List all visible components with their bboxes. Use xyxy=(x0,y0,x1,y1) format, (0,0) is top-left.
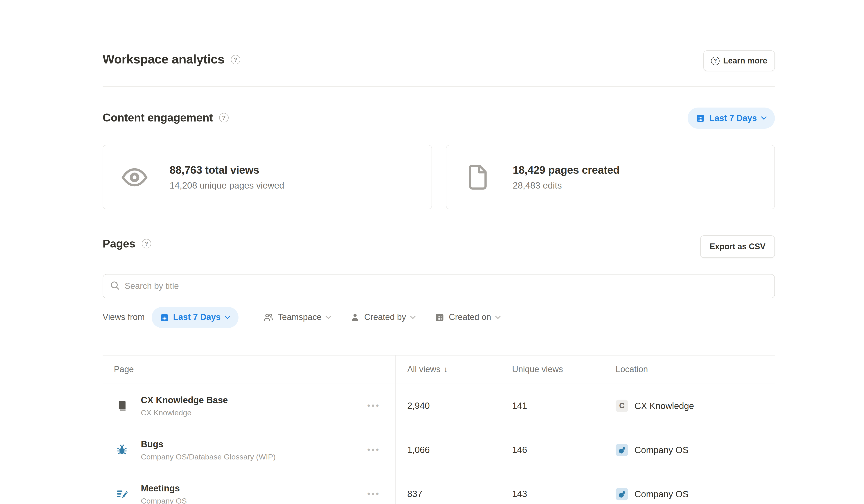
table-row[interactable]: CX Knowledge Base CX Knowledge ••• 2,940… xyxy=(103,384,775,428)
location-cell[interactable]: C CX Knowledge xyxy=(616,400,694,412)
unique-pages-viewed-value: 14,208 unique pages viewed xyxy=(170,180,284,191)
views-from-label: Views from xyxy=(103,312,145,322)
page-location-subtext: Company OS xyxy=(141,496,187,504)
person-icon xyxy=(350,312,360,322)
chevron-down-icon xyxy=(761,116,767,120)
page-title: Workspace analytics xyxy=(103,50,225,69)
page-cell: Bugs Company OS/Database Glossary (WIP) xyxy=(141,438,276,462)
row-menu-button[interactable]: ••• xyxy=(367,445,380,455)
content-column: Workspace analytics? ? Learn more Conten… xyxy=(103,0,775,504)
column-header-page[interactable]: Page xyxy=(114,356,134,383)
meetings-icon xyxy=(116,488,128,500)
pages-created-text: 18,429 pages created 28,483 edits xyxy=(513,164,620,191)
page-header: Workspace analytics? ? Learn more xyxy=(103,50,775,71)
chevron-down-icon xyxy=(326,315,332,319)
all-views-label: All views xyxy=(407,364,441,374)
chevron-down-icon xyxy=(410,315,416,319)
calendar-icon xyxy=(696,113,705,123)
date-range-dropdown[interactable]: Last 7 Days xyxy=(688,108,775,129)
section-divider xyxy=(103,86,775,87)
edits-value: 28,483 edits xyxy=(513,180,620,191)
eye-icon xyxy=(120,168,149,187)
table-row[interactable]: Meetings Company OS ••• 837 143 Company … xyxy=(103,472,775,504)
views-date-filter-dropdown[interactable]: Last 7 Days xyxy=(152,307,239,328)
search-input[interactable]: Search by title xyxy=(103,274,775,298)
help-icon[interactable]: ? xyxy=(231,55,240,64)
book-icon xyxy=(116,400,128,412)
help-icon[interactable]: ? xyxy=(219,113,229,122)
column-header-unique-views[interactable]: Unique views xyxy=(512,356,563,383)
search-placeholder: Search by title xyxy=(125,281,179,291)
calendar-icon xyxy=(435,312,445,322)
column-header-all-views[interactable]: All views ↓ xyxy=(407,356,448,383)
page-location-subtext: Company OS/Database Glossary (WIP) xyxy=(141,452,276,462)
total-views-card: 88,763 total views 14,208 unique pages v… xyxy=(103,145,432,209)
unique-views-value: 143 xyxy=(512,489,527,499)
table-header: Page All views ↓ Unique views Location xyxy=(103,356,775,383)
filter-divider xyxy=(251,310,251,324)
page-title-text[interactable]: Bugs xyxy=(141,438,276,450)
location-label: Company OS xyxy=(635,489,688,499)
pages-title: Pages xyxy=(103,235,135,252)
date-range-label: Last 7 Days xyxy=(709,113,757,123)
workspace-analytics-page: Workspace analytics? ? Learn more Conten… xyxy=(0,0,864,504)
created-on-filter-dropdown[interactable]: Created on xyxy=(435,312,501,322)
all-views-value: 2,940 xyxy=(407,401,430,411)
column-header-location[interactable]: Location xyxy=(616,356,648,383)
export-csv-label: Export as CSV xyxy=(710,242,766,251)
location-cell[interactable]: Company OS xyxy=(616,444,688,456)
row-menu-button[interactable]: ••• xyxy=(367,489,380,499)
filter-bar: Views from Last 7 Days xyxy=(103,307,775,328)
learn-more-button[interactable]: ? Learn more xyxy=(703,50,775,71)
company-os-logo-badge xyxy=(616,444,628,456)
pages-created-value: 18,429 pages created xyxy=(513,164,620,176)
search-icon xyxy=(110,280,120,292)
location-label: Company OS xyxy=(635,445,688,455)
total-views-text: 88,763 total views 14,208 unique pages v… xyxy=(170,164,284,191)
unique-views-value: 146 xyxy=(512,445,527,455)
page-title-text[interactable]: CX Knowledge Base xyxy=(141,394,228,406)
calendar-icon xyxy=(159,313,169,322)
page-cell: CX Knowledge Base CX Knowledge xyxy=(141,394,228,418)
page-location-subtext: CX Knowledge xyxy=(141,408,228,418)
page-title-text[interactable]: Meetings xyxy=(141,482,187,494)
pages-table: Page All views ↓ Unique views Location xyxy=(103,355,775,504)
location-cell[interactable]: Company OS xyxy=(616,488,688,501)
row-menu-button[interactable]: ••• xyxy=(367,401,380,411)
teamspace-filter-label: Teamspace xyxy=(278,312,322,322)
views-date-filter-label: Last 7 Days xyxy=(173,312,220,322)
stat-cards: 88,763 total views 14,208 unique pages v… xyxy=(103,145,775,209)
help-icon[interactable]: ? xyxy=(142,239,151,248)
bug-icon xyxy=(116,444,128,456)
unique-views-value: 141 xyxy=(512,401,527,411)
table-row[interactable]: Bugs Company OS/Database Glossary (WIP) … xyxy=(103,428,775,472)
teamspace-filter-dropdown[interactable]: Teamspace xyxy=(263,312,332,322)
page-icon xyxy=(463,165,492,190)
location-letter-badge: C xyxy=(616,400,628,412)
teamspace-people-icon xyxy=(263,312,274,322)
company-os-logo-badge xyxy=(616,488,628,501)
total-views-value: 88,763 total views xyxy=(170,164,284,176)
created-by-filter-label: Created by xyxy=(364,312,406,322)
chevron-down-icon xyxy=(225,315,231,319)
created-on-filter-label: Created on xyxy=(449,312,491,322)
all-views-value: 837 xyxy=(407,489,422,499)
pages-section-header: Pages? Export as CSV xyxy=(103,235,775,259)
export-csv-button[interactable]: Export as CSV xyxy=(700,235,775,258)
chevron-down-icon xyxy=(495,315,501,319)
content-engagement-header: Content engagement? Last 7 Days xyxy=(103,109,775,131)
all-views-value: 1,066 xyxy=(407,445,430,455)
question-circle-icon: ? xyxy=(711,57,720,65)
location-label: CX Knowledge xyxy=(635,401,694,411)
pages-created-card: 18,429 pages created 28,483 edits xyxy=(446,145,775,209)
page-cell: Meetings Company OS xyxy=(141,482,187,504)
created-by-filter-dropdown[interactable]: Created by xyxy=(350,312,416,322)
learn-more-label: Learn more xyxy=(723,56,767,65)
content-engagement-title: Content engagement xyxy=(103,109,213,125)
sort-descending-icon: ↓ xyxy=(444,365,448,374)
